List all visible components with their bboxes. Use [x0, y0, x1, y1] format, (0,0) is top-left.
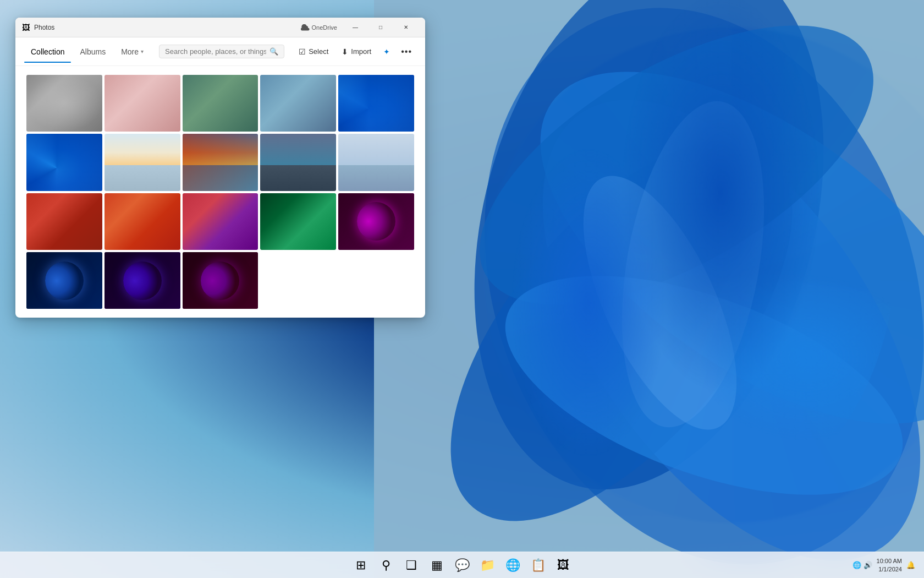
close-button[interactable]: ✕: [393, 18, 419, 37]
onedrive-label: OneDrive: [312, 24, 337, 31]
taskbar-start[interactable]: ⊞: [349, 553, 373, 577]
taskbar-todo[interactable]: 📋: [526, 553, 550, 577]
taskbar-photos-taskbar[interactable]: 🖼: [551, 553, 575, 577]
onedrive-icon: [301, 24, 310, 31]
photo-cell-1[interactable]: [26, 75, 102, 132]
albums-tab-label: Albums: [80, 47, 106, 56]
photo-cell-8[interactable]: [183, 134, 258, 190]
tab-collection[interactable]: Collection: [24, 44, 71, 59]
more-options-icon: •••: [401, 47, 412, 57]
date-display: 1/1/2024: [877, 565, 902, 573]
select-icon: ☑: [299, 47, 306, 56]
maximize-button[interactable]: □: [368, 18, 393, 37]
photo-cell-6[interactable]: [26, 134, 102, 190]
photo-cell-11[interactable]: [26, 193, 102, 250]
photo-cell-14[interactable]: [260, 193, 336, 250]
sparkle-icon: ✦: [383, 47, 390, 56]
taskbar-chat[interactable]: 💬: [450, 553, 474, 577]
time-display[interactable]: 10:00 AM 1/1/2024: [877, 557, 902, 573]
clock: 10:00 AM: [877, 557, 902, 565]
sparkle-button[interactable]: ✦: [379, 45, 394, 59]
sys-tray: 🌐 🔊: [853, 561, 872, 569]
photo-cell-4[interactable]: [260, 75, 336, 132]
svg-point-8: [600, 90, 787, 439]
taskbar: ⊞⚲❑▦💬📁🌐📋🖼 🌐 🔊 10:00 AM 1/1/2024 🔔: [0, 552, 924, 578]
title-bar-left: 🖼 Photos: [22, 23, 54, 32]
tab-albums[interactable]: Albums: [73, 44, 112, 59]
search-input[interactable]: [165, 47, 266, 56]
photo-cell-10[interactable]: [338, 134, 414, 190]
onedrive-button[interactable]: OneDrive: [298, 23, 340, 32]
taskbar-right: 🌐 🔊 10:00 AM 1/1/2024 🔔: [853, 557, 915, 573]
notification-icon[interactable]: 🔔: [906, 561, 915, 569]
taskbar-widgets[interactable]: ▦: [425, 553, 449, 577]
app-icon: 🖼: [22, 23, 30, 32]
photo-grid-container[interactable]: [15, 66, 425, 318]
nav-bar: Collection Albums More ▾ 🔍 ☑ Select ⬇ Im…: [15, 37, 425, 66]
search-bar: 🔍: [159, 45, 284, 58]
nav-actions: ☑ Select ⬇ Import ✦ •••: [293, 44, 416, 59]
photo-cell-17[interactable]: [105, 252, 180, 309]
import-icon: ⬇: [342, 47, 348, 56]
more-options-button[interactable]: •••: [397, 44, 416, 59]
import-button[interactable]: ⬇ Import: [336, 45, 377, 59]
taskbar-center: ⊞⚲❑▦💬📁🌐📋🖼: [349, 553, 575, 577]
photo-cell-2[interactable]: [105, 75, 180, 132]
photo-cell-9[interactable]: [260, 134, 336, 190]
photo-grid: [26, 75, 414, 309]
photo-cell-3[interactable]: [183, 75, 258, 132]
taskbar-task-view[interactable]: ❑: [399, 553, 424, 577]
photo-cell-7[interactable]: [105, 134, 180, 190]
photo-cell-13[interactable]: [183, 193, 258, 250]
title-bar: 🖼 Photos OneDrive — □ ✕: [15, 18, 425, 37]
tab-more[interactable]: More ▾: [114, 44, 150, 59]
wallpaper-svg: [374, 0, 924, 578]
search-input-wrap[interactable]: 🔍: [159, 45, 284, 58]
photo-cell-18[interactable]: [183, 252, 258, 309]
title-bar-right: OneDrive — □ ✕: [298, 18, 419, 37]
photos-window: 🖼 Photos OneDrive — □ ✕ Collection Album…: [15, 18, 425, 318]
taskbar-edge[interactable]: 🌐: [501, 553, 525, 577]
select-button[interactable]: ☑ Select: [293, 45, 334, 59]
svg-point-9: [552, 155, 768, 451]
window-controls: — □ ✕: [343, 18, 419, 37]
taskbar-file-explorer[interactable]: 📁: [475, 553, 499, 577]
more-chevron-icon: ▾: [141, 48, 144, 54]
collection-tab-label: Collection: [31, 47, 64, 56]
svg-point-6: [437, 0, 917, 361]
more-tab-label: More: [121, 47, 139, 56]
minimize-button[interactable]: —: [343, 18, 368, 37]
volume-icon[interactable]: 🔊: [864, 561, 872, 569]
photo-cell-16[interactable]: [26, 252, 102, 309]
select-label: Select: [309, 47, 328, 56]
taskbar-search[interactable]: ⚲: [374, 553, 398, 577]
photo-cell-15[interactable]: [338, 193, 414, 250]
photo-cell-12[interactable]: [105, 193, 180, 250]
app-title: Photos: [34, 24, 54, 31]
search-icon: 🔍: [270, 47, 278, 56]
import-label: Import: [351, 47, 371, 56]
photo-cell-5[interactable]: [338, 75, 414, 132]
network-icon[interactable]: 🌐: [853, 561, 861, 569]
